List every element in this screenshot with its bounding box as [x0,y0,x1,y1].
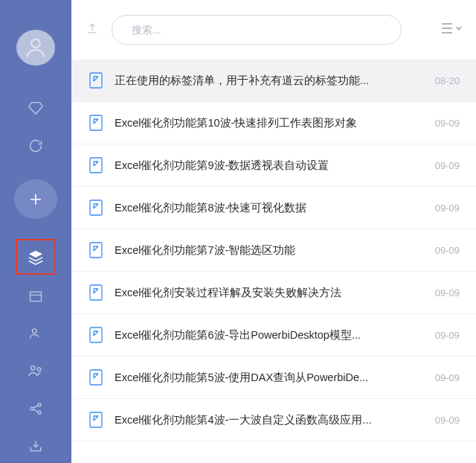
item-title: Excel催化剂功能第4波-一大波自定义函数高级应用... [115,413,423,427]
sidebar-item-contact[interactable] [0,316,71,351]
svg-rect-12 [90,243,102,258]
sidebar-item-download[interactable] [0,429,71,463]
item-date: 09-09 [435,245,460,256]
item-date: 09-09 [435,287,460,298]
document-icon [89,199,103,216]
list-item[interactable]: Excel催化剂功能第6波-导出PowerbiDesktop模型...09-09 [71,314,476,357]
upload-button[interactable] [85,21,100,39]
list-item[interactable]: Excel催化剂功能第5波-使用DAX查询从PowerbiDe...09-09 [71,357,476,399]
list-item[interactable]: Excel催化剂功能第4波-一大波自定义函数高级应用...09-09 [71,399,476,441]
document-list: 正在使用的标签清单，用于补充有道云的标签功能...08-20 Excel催化剂功… [71,60,476,463]
list-menu-icon [440,21,463,36]
item-title: Excel催化剂安装过程详解及安装失败解决方法 [115,286,423,300]
sidebar [0,0,71,463]
svg-rect-11 [90,200,102,215]
avatar[interactable] [16,30,55,66]
svg-rect-15 [90,370,102,385]
search-input[interactable] [132,24,382,36]
item-title: 正在使用的标签清单，用于补充有道云的标签功能... [115,74,423,88]
item-title: Excel催化剂功能第5波-使用DAX查询从PowerbiDe... [115,371,423,385]
main-panel: 正在使用的标签清单，用于补充有道云的标签功能...08-20 Excel催化剂功… [71,0,476,463]
share-icon [28,401,43,416]
layers-icon [28,249,44,265]
sidebar-item-share[interactable] [0,391,71,425]
document-icon [89,412,103,428]
upload-icon [85,21,100,36]
sidebar-item-group[interactable] [0,354,71,388]
svg-rect-9 [90,115,102,130]
document-icon [89,327,103,343]
plus-icon [27,191,45,208]
list-item[interactable]: Excel催化剂功能第9波-数据透视表自动设置09-09 [71,144,476,187]
item-title: Excel催化剂功能第8波-快速可视化数据 [115,201,423,215]
group-icon [28,363,44,379]
item-date: 09-09 [435,372,460,383]
diamond-icon [28,100,44,116]
search-box[interactable] [112,15,402,45]
list-item[interactable]: Excel催化剂功能第7波-智能选区功能09-09 [71,229,476,272]
document-icon [89,157,103,173]
list-item[interactable]: 正在使用的标签清单，用于补充有道云的标签功能...08-20 [71,60,476,102]
person-icon [28,326,43,341]
svg-point-0 [31,39,39,48]
list-item[interactable]: Excel催化剂安装过程详解及安装失败解决方法09-09 [71,272,476,314]
sidebar-item-folder[interactable] [0,278,71,313]
sidebar-item-diamond[interactable] [0,91,71,125]
sidebar-item-layers[interactable] [15,238,57,275]
add-button[interactable] [14,179,57,220]
svg-rect-16 [90,412,102,427]
item-title: Excel催化剂功能第7波-智能选区功能 [115,243,423,258]
document-icon [89,242,103,258]
svg-rect-14 [90,328,102,342]
svg-rect-8 [90,73,102,88]
svg-rect-13 [90,285,102,300]
svg-rect-10 [90,158,102,173]
item-date: 09-09 [435,202,460,214]
list-item[interactable]: Excel催化剂功能第10波-快速排列工作表图形对象09-09 [71,102,476,144]
document-icon [89,72,103,89]
list-item[interactable]: Excel催化剂功能第8波-快速可视化数据09-09 [71,187,476,229]
view-menu-button[interactable] [440,21,463,39]
item-date: 09-09 [435,118,460,129]
sidebar-item-sync[interactable] [0,128,71,162]
svg-point-2 [32,329,36,333]
item-date: 09-09 [435,415,460,426]
svg-point-4 [37,368,41,371]
document-icon [89,369,103,386]
download-icon [28,438,43,453]
svg-rect-1 [30,292,42,301]
item-title: Excel催化剂功能第9波-数据透视表自动设置 [115,159,423,173]
svg-point-7 [38,410,41,413]
svg-point-3 [31,366,36,371]
item-date: 09-09 [435,160,460,171]
item-title: Excel催化剂功能第6波-导出PowerbiDesktop模型... [115,328,423,342]
svg-point-6 [38,403,41,406]
item-title: Excel催化剂功能第10波-快速排列工作表图形对象 [115,116,423,130]
document-icon [89,284,103,301]
user-icon [23,35,48,60]
sync-icon [28,138,43,153]
item-date: 09-09 [435,330,460,341]
document-icon [89,115,103,131]
svg-point-5 [30,406,33,409]
item-date: 08-20 [435,75,460,86]
folder-icon [28,289,43,304]
toolbar [71,0,476,60]
